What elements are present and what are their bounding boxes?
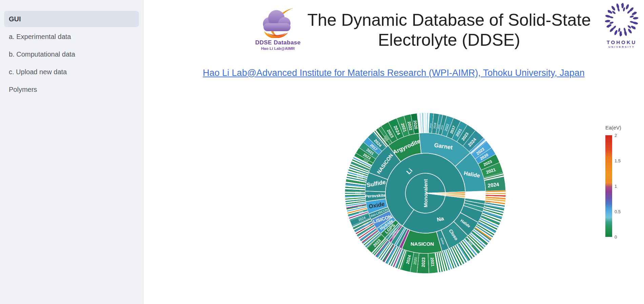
tohoku-university: UNIVERSITY xyxy=(600,45,643,48)
svg-text:NASICON: NASICON xyxy=(410,241,434,247)
tohoku-wreath-icon xyxy=(604,2,639,37)
tohoku-name: TOHOKU xyxy=(600,39,643,45)
sidebar-item-label: Polymers xyxy=(9,86,37,94)
page-title-line1: The Dynamic Database of Solid-State xyxy=(307,11,591,29)
svg-text:Monovalent: Monovalent xyxy=(423,179,428,207)
ea-legend: Ea(eV) 2 1.5 1 0.5 0 xyxy=(605,125,621,237)
svg-text:2016: 2016 xyxy=(429,123,432,128)
ea-legend-ticks: 2 1.5 1 0.5 0 xyxy=(615,135,628,237)
sidebar-item-upload-new-data[interactable]: c. Upload new data xyxy=(4,64,139,80)
sidebar: GUI a. Experimental data b. Computationa… xyxy=(0,0,143,304)
ea-legend-body: 2 1.5 1 0.5 0 xyxy=(605,135,621,237)
sunburst-chart[interactable]: MonovalentLiNaLGPSHydrideLISICONthio-LIS… xyxy=(337,105,514,281)
sidebar-item-label: GUI xyxy=(9,15,21,23)
sidebar-item-experimental-data[interactable]: a. Experimental data xyxy=(4,28,139,45)
sidebar-item-gui[interactable]: GUI xyxy=(4,11,139,27)
ddse-cloud-icon xyxy=(258,6,298,38)
ea-legend-title: Ea(eV) xyxy=(605,125,621,130)
ea-tick: 1 xyxy=(615,184,617,189)
svg-text:2021: 2021 xyxy=(429,257,435,267)
page-title: The Dynamic Database of Solid-StateElect… xyxy=(298,10,600,50)
ea-tick: 0 xyxy=(615,235,617,240)
ea-colorbar xyxy=(605,135,612,237)
sidebar-item-polymers[interactable]: Polymers xyxy=(4,81,139,98)
tohoku-logo: TOHOKU UNIVERSITY xyxy=(600,2,643,48)
sidebar-item-label: c. Upload new data xyxy=(9,68,67,76)
ddse-logo-title: DDSE Database xyxy=(251,39,304,46)
ddse-logo-subtitle: Hao Li Lab@AIMR xyxy=(251,46,304,50)
lab-link[interactable]: Hao Li Lab@Advanced Institute for Materi… xyxy=(203,68,584,78)
ea-tick: 2 xyxy=(615,133,617,138)
ea-tick: 1.5 xyxy=(615,158,621,163)
svg-text:2023: 2023 xyxy=(421,257,426,267)
sidebar-item-computational-data[interactable]: b. Computational data xyxy=(4,46,139,62)
sidebar-nav: GUI a. Experimental data b. Computationa… xyxy=(0,0,143,98)
lab-link-row: Hao Li Lab@Advanced Institute for Materi… xyxy=(143,68,644,78)
sidebar-item-label: a. Experimental data xyxy=(9,33,71,41)
page-title-line2: Electrolyte (DDSE) xyxy=(378,31,520,49)
ea-tick: 0.5 xyxy=(615,209,621,214)
svg-text:2019: 2019 xyxy=(355,191,361,194)
ddse-logo: DDSE Database Hao Li Lab@AIMR xyxy=(251,6,304,50)
sidebar-item-label: b. Computational data xyxy=(9,50,75,58)
